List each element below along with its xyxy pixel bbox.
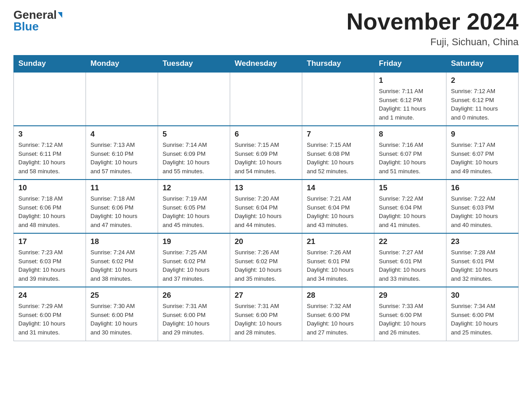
day-info: Sunrise: 7:31 AMSunset: 6:00 PMDaylight:… [235, 302, 297, 337]
week-row-3: 10Sunrise: 7:18 AMSunset: 6:06 PMDayligh… [14, 180, 519, 233]
day-info: Sunrise: 7:34 AMSunset: 6:00 PMDaylight:… [451, 302, 514, 337]
day-number: 21 [307, 237, 369, 246]
header: General Blue November 2024 Fuji, Sichuan… [13, 9, 519, 48]
col-header-monday: Monday [86, 56, 158, 73]
calendar-cell: 21Sunrise: 7:26 AMSunset: 6:01 PMDayligh… [302, 233, 374, 287]
day-number: 20 [235, 237, 297, 246]
calendar-cell: 20Sunrise: 7:26 AMSunset: 6:02 PMDayligh… [230, 233, 302, 287]
calendar-cell: 2Sunrise: 7:12 AMSunset: 6:12 PMDaylight… [446, 72, 519, 126]
day-info: Sunrise: 7:26 AMSunset: 6:02 PMDaylight:… [235, 248, 297, 283]
day-number: 30 [451, 291, 514, 300]
day-number: 10 [18, 184, 81, 193]
day-number: 9 [451, 130, 514, 139]
day-number: 27 [235, 291, 297, 300]
calendar-cell: 18Sunrise: 7:24 AMSunset: 6:02 PMDayligh… [86, 233, 158, 287]
day-number: 18 [90, 237, 153, 246]
day-number: 23 [451, 237, 514, 246]
calendar-cell: 19Sunrise: 7:25 AMSunset: 6:02 PMDayligh… [158, 233, 230, 287]
logo: General Blue [13, 9, 62, 32]
day-info: Sunrise: 7:18 AMSunset: 6:06 PMDaylight:… [90, 194, 153, 229]
calendar-cell: 30Sunrise: 7:34 AMSunset: 6:00 PMDayligh… [446, 287, 519, 341]
title-area: November 2024 Fuji, Sichuan, China [347, 9, 519, 48]
calendar-cell: 7Sunrise: 7:15 AMSunset: 6:08 PMDaylight… [302, 126, 374, 180]
day-info: Sunrise: 7:26 AMSunset: 6:01 PMDaylight:… [307, 248, 369, 283]
day-info: Sunrise: 7:23 AMSunset: 6:03 PMDaylight:… [18, 248, 81, 283]
day-info: Sunrise: 7:27 AMSunset: 6:01 PMDaylight:… [379, 248, 442, 283]
header-row: SundayMondayTuesdayWednesdayThursdayFrid… [14, 56, 519, 73]
calendar-cell: 16Sunrise: 7:22 AMSunset: 6:03 PMDayligh… [446, 180, 519, 233]
day-number: 1 [379, 76, 442, 85]
calendar-cell: 14Sunrise: 7:21 AMSunset: 6:04 PMDayligh… [302, 180, 374, 233]
calendar-cell: 13Sunrise: 7:20 AMSunset: 6:04 PMDayligh… [230, 180, 302, 233]
calendar-cell [302, 72, 374, 126]
col-header-friday: Friday [374, 56, 446, 73]
day-info: Sunrise: 7:21 AMSunset: 6:04 PMDaylight:… [307, 194, 369, 229]
calendar-table: SundayMondayTuesdayWednesdayThursdayFrid… [13, 55, 519, 341]
calendar-cell [230, 72, 302, 126]
calendar-cell: 11Sunrise: 7:18 AMSunset: 6:06 PMDayligh… [86, 180, 158, 233]
calendar-cell: 17Sunrise: 7:23 AMSunset: 6:03 PMDayligh… [14, 233, 86, 287]
calendar-cell: 15Sunrise: 7:22 AMSunset: 6:04 PMDayligh… [374, 180, 446, 233]
col-header-thursday: Thursday [302, 56, 374, 73]
day-number: 16 [451, 184, 514, 193]
calendar-title: November 2024 [347, 9, 519, 34]
day-number: 12 [163, 184, 225, 193]
col-header-tuesday: Tuesday [158, 56, 230, 73]
calendar-cell: 6Sunrise: 7:15 AMSunset: 6:09 PMDaylight… [230, 126, 302, 180]
day-number: 24 [18, 291, 81, 300]
col-header-saturday: Saturday [446, 56, 519, 73]
day-info: Sunrise: 7:11 AMSunset: 6:12 PMDaylight:… [379, 87, 442, 122]
logo-triangle-icon [58, 12, 62, 18]
day-number: 17 [18, 237, 81, 246]
calendar-cell: 22Sunrise: 7:27 AMSunset: 6:01 PMDayligh… [374, 233, 446, 287]
day-info: Sunrise: 7:33 AMSunset: 6:00 PMDaylight:… [379, 302, 442, 337]
calendar-subtitle: Fuji, Sichuan, China [347, 36, 519, 48]
calendar-cell: 23Sunrise: 7:28 AMSunset: 6:01 PMDayligh… [446, 233, 519, 287]
day-info: Sunrise: 7:29 AMSunset: 6:00 PMDaylight:… [18, 302, 81, 337]
day-number: 5 [163, 130, 225, 139]
day-number: 7 [307, 130, 369, 139]
calendar-cell: 28Sunrise: 7:32 AMSunset: 6:00 PMDayligh… [302, 287, 374, 341]
calendar-cell: 26Sunrise: 7:31 AMSunset: 6:00 PMDayligh… [158, 287, 230, 341]
day-number: 4 [90, 130, 153, 139]
day-info: Sunrise: 7:16 AMSunset: 6:07 PMDaylight:… [379, 141, 442, 176]
calendar-cell [14, 72, 86, 126]
day-number: 22 [379, 237, 442, 246]
col-header-sunday: Sunday [14, 56, 86, 73]
day-number: 14 [307, 184, 369, 193]
day-info: Sunrise: 7:12 AMSunset: 6:11 PMDaylight:… [18, 141, 81, 176]
day-number: 19 [163, 237, 225, 246]
day-info: Sunrise: 7:25 AMSunset: 6:02 PMDaylight:… [163, 248, 225, 283]
calendar-cell [86, 72, 158, 126]
logo-blue-text: Blue [13, 21, 39, 32]
day-number: 25 [90, 291, 153, 300]
day-info: Sunrise: 7:31 AMSunset: 6:00 PMDaylight:… [163, 302, 225, 337]
day-number: 26 [163, 291, 225, 300]
day-info: Sunrise: 7:32 AMSunset: 6:00 PMDaylight:… [307, 302, 369, 337]
calendar-cell: 3Sunrise: 7:12 AMSunset: 6:11 PMDaylight… [14, 126, 86, 180]
day-number: 29 [379, 291, 442, 300]
day-info: Sunrise: 7:30 AMSunset: 6:00 PMDaylight:… [90, 302, 153, 337]
day-info: Sunrise: 7:24 AMSunset: 6:02 PMDaylight:… [90, 248, 153, 283]
calendar-cell: 5Sunrise: 7:14 AMSunset: 6:09 PMDaylight… [158, 126, 230, 180]
day-number: 28 [307, 291, 369, 300]
calendar-cell: 25Sunrise: 7:30 AMSunset: 6:00 PMDayligh… [86, 287, 158, 341]
day-number: 8 [379, 130, 442, 139]
week-row-5: 24Sunrise: 7:29 AMSunset: 6:00 PMDayligh… [14, 287, 519, 341]
day-number: 2 [451, 76, 514, 85]
calendar-cell: 1Sunrise: 7:11 AMSunset: 6:12 PMDaylight… [374, 72, 446, 126]
calendar-cell: 8Sunrise: 7:16 AMSunset: 6:07 PMDaylight… [374, 126, 446, 180]
day-info: Sunrise: 7:22 AMSunset: 6:04 PMDaylight:… [379, 194, 442, 229]
day-number: 13 [235, 184, 297, 193]
calendar-cell: 24Sunrise: 7:29 AMSunset: 6:00 PMDayligh… [14, 287, 86, 341]
day-info: Sunrise: 7:13 AMSunset: 6:10 PMDaylight:… [90, 141, 153, 176]
day-info: Sunrise: 7:18 AMSunset: 6:06 PMDaylight:… [18, 194, 81, 229]
calendar-cell: 27Sunrise: 7:31 AMSunset: 6:00 PMDayligh… [230, 287, 302, 341]
calendar-cell: 12Sunrise: 7:19 AMSunset: 6:05 PMDayligh… [158, 180, 230, 233]
day-info: Sunrise: 7:20 AMSunset: 6:04 PMDaylight:… [235, 194, 297, 229]
calendar-cell: 10Sunrise: 7:18 AMSunset: 6:06 PMDayligh… [14, 180, 86, 233]
day-info: Sunrise: 7:28 AMSunset: 6:01 PMDaylight:… [451, 248, 514, 283]
day-info: Sunrise: 7:17 AMSunset: 6:07 PMDaylight:… [451, 141, 514, 176]
col-header-wednesday: Wednesday [230, 56, 302, 73]
week-row-4: 17Sunrise: 7:23 AMSunset: 6:03 PMDayligh… [14, 233, 519, 287]
